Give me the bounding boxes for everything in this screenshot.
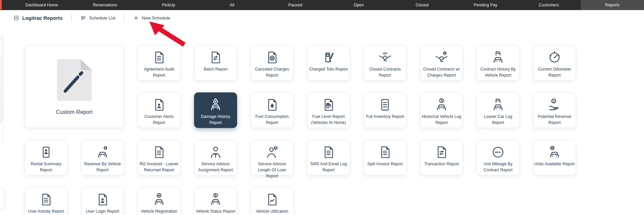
schedule-list-button[interactable]: Schedule List xyxy=(80,15,115,21)
nav-item-closed[interactable]: Closed xyxy=(390,0,454,10)
car-check-top-icon xyxy=(152,192,166,207)
toolbar-divider xyxy=(71,14,72,22)
person-tie-icon xyxy=(209,145,223,159)
report-card[interactable]: $Potential Revenue Report xyxy=(533,92,576,128)
report-card-label: Loaner Car Log Report xyxy=(477,114,519,126)
report-card[interactable]: Closed Contracts Report xyxy=(364,45,407,81)
report-card[interactable]: Vehicle Utilization Report xyxy=(251,187,294,215)
doc-lines-icon xyxy=(39,192,53,207)
logitrac-reports-title: Logitrac Reports xyxy=(13,15,63,21)
new-schedule-button[interactable]: New Schedule xyxy=(133,15,170,21)
report-card-label: Revenue By Vehicle Report xyxy=(82,161,123,173)
plus-icon xyxy=(133,15,139,21)
report-card[interactable]: Transaction Report xyxy=(420,140,463,175)
report-card[interactable]: Current Odometer Report xyxy=(533,45,576,81)
report-card[interactable]: Vehicle Status Report xyxy=(194,187,237,215)
car-info-top-icon xyxy=(209,192,223,207)
hand-coin-icon: $ xyxy=(547,98,562,112)
doc-arrows-icon xyxy=(434,145,449,159)
report-card-label: Historical Vehicle Log Report xyxy=(421,114,462,126)
report-card-label: Closed Contracts w/ Charges Report xyxy=(421,66,462,78)
report-card[interactable]: Fuel Level Report (Vehicles At Home) xyxy=(307,92,350,128)
report-card-label: Current Odometer Report xyxy=(534,66,575,78)
nav-item-pickup[interactable]: PickUp xyxy=(137,0,200,10)
nav-item-dashboard-home[interactable]: Dashboard Home xyxy=(10,0,74,10)
report-card[interactable]: Damage History Report xyxy=(194,92,237,128)
odometer-gauge-icon xyxy=(547,50,562,64)
left-panel-fragment xyxy=(0,34,4,123)
report-card-label: Contract History By Vehicle Report xyxy=(477,66,519,78)
report-card-label: Unit Mileage By Contract Report xyxy=(477,161,519,173)
report-card[interactable]: Loaner Car Log Report xyxy=(477,92,520,128)
report-card[interactable]: Split Invoice Report xyxy=(364,140,407,175)
report-card[interactable]: Contract History By Vehicle Report xyxy=(477,45,520,81)
report-card-label: Custom Report xyxy=(56,109,93,115)
report-card[interactable]: Customer Alerts Report xyxy=(138,92,181,128)
doc-chart-icon xyxy=(265,192,279,207)
id-card-person-icon xyxy=(39,145,53,159)
nav-item-paused[interactable]: Paused xyxy=(264,0,327,10)
report-card[interactable]: User Login Report xyxy=(81,187,124,215)
report-card-label: Agreement Audit Report xyxy=(138,66,180,78)
nav-item-customers[interactable]: Customers xyxy=(517,0,581,10)
car-document-icon xyxy=(491,50,505,64)
nav-item-reports[interactable]: Reports xyxy=(581,0,644,10)
nav-item-open[interactable]: Open xyxy=(327,0,391,10)
car-document-icon xyxy=(491,98,505,112)
doc-lines-boxed-icon xyxy=(378,98,392,112)
report-card[interactable]: SMS And Email Log Report xyxy=(307,140,350,175)
svg-text:MPH: MPH xyxy=(495,151,501,154)
report-card-label: Fuel Level Report (Vehicles At Home) xyxy=(308,114,349,126)
report-card[interactable]: Units Available Report xyxy=(533,140,576,175)
doc-fuel-pump-icon xyxy=(321,98,336,112)
report-card[interactable]: User Activity Report xyxy=(25,187,68,215)
report-card-label: Batch Report xyxy=(195,66,236,72)
report-card-label: Potential Revenue Report xyxy=(534,114,575,126)
reports-toolbar: Logitrac Reports Schedule List New Sched… xyxy=(0,10,644,26)
report-card-label: Transaction Report xyxy=(421,161,462,167)
list-icon xyxy=(80,15,86,21)
svg-text:$: $ xyxy=(444,52,446,55)
report-card[interactable]: Full Inventory Report xyxy=(364,92,407,128)
car-check-icon xyxy=(547,145,562,159)
report-card[interactable]: Vehicle Registration Report xyxy=(138,187,181,215)
new-schedule-label: New Schedule xyxy=(142,15,170,20)
custom-report-card[interactable]: Custom Report xyxy=(25,45,124,128)
report-card[interactable]: RO Invoiced - Loaner Returned Report xyxy=(138,140,181,175)
doc-droplet-icon xyxy=(265,98,279,112)
report-card-label: SMS And Email Log Report xyxy=(308,161,349,173)
schedule-list-label: Schedule List xyxy=(89,15,115,20)
report-card[interactable]: MPHUnit Mileage By Contract Report xyxy=(477,140,520,175)
svg-text:$: $ xyxy=(553,99,555,103)
report-card[interactable]: Service Advisor Assignment Report xyxy=(194,140,237,175)
report-card[interactable]: Batch Report xyxy=(194,45,237,81)
report-card[interactable]: Historical Vehicle Log Report xyxy=(420,92,463,128)
report-card[interactable]: Canceled Charges Report xyxy=(251,45,294,81)
report-card-label: RO Invoiced - Loaner Returned Report xyxy=(138,161,180,173)
report-card-label: Damage History Report xyxy=(195,114,236,126)
report-card[interactable]: $Closed Contracts w/ Charges Report xyxy=(420,45,463,81)
doc-lines-icon xyxy=(152,50,166,64)
report-card[interactable]: Agreement Audit Report xyxy=(138,45,181,81)
car-clock-icon xyxy=(434,98,449,112)
nav-item-all[interactable]: All xyxy=(200,0,264,10)
left-card-fragment xyxy=(0,124,4,144)
doc-arrows-icon xyxy=(209,50,223,64)
report-card[interactable]: Rental Summary Report xyxy=(25,140,68,175)
report-card-label: Full Inventory Report xyxy=(364,114,406,120)
custom-document-icon xyxy=(57,59,92,101)
nav-item-reservations[interactable]: Reservations xyxy=(74,0,137,10)
report-card-label: Rental Summary Report xyxy=(25,161,67,173)
report-card[interactable]: Service Advisor Length Of Loan Report xyxy=(251,140,294,175)
car-flame-icon xyxy=(209,98,223,112)
report-card-label: Service Advisor Assignment Report xyxy=(195,161,236,173)
doc-person-icon xyxy=(152,98,166,112)
person-clock-icon xyxy=(265,145,279,159)
report-card[interactable]: Charged Tolls Report xyxy=(307,45,350,81)
report-card[interactable]: Fuel Consumption Report xyxy=(251,92,294,128)
handshake-dollar-icon: $ xyxy=(434,50,449,64)
report-card[interactable]: $Revenue By Vehicle Report xyxy=(81,140,124,175)
nav-item-pending-pay[interactable]: Pending Pay xyxy=(454,0,518,10)
car-coin-icon: $ xyxy=(96,145,110,159)
doc-x-icon xyxy=(265,50,279,64)
